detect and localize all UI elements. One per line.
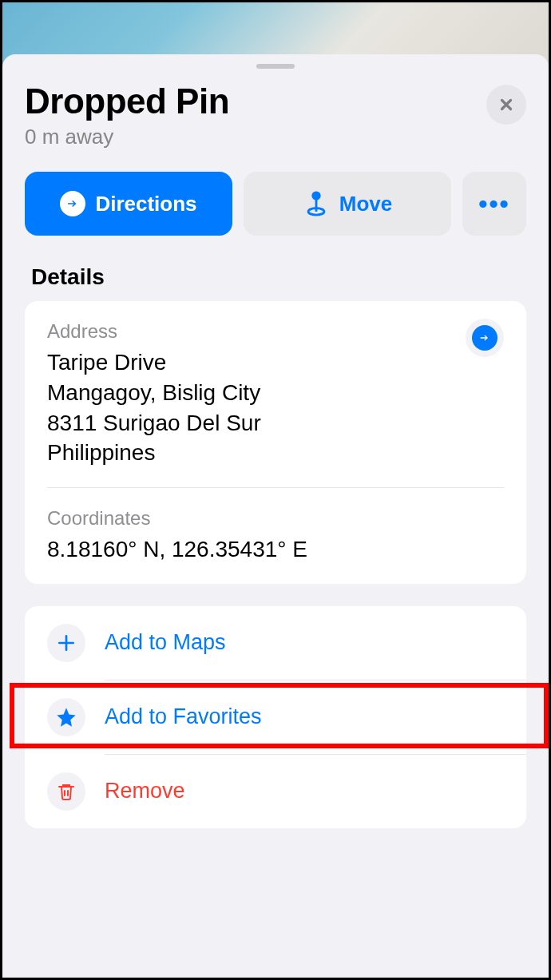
address-line: 8311 Surigao Del Sur [47,408,504,438]
directions-icon [60,191,85,216]
plus-icon [47,624,85,662]
coordinates-text: 8.18160° N, 126.35431° E [47,534,504,565]
add-to-maps-item[interactable]: Add to Maps [25,606,526,680]
trash-icon [47,772,85,811]
address-line: Philippines [47,438,504,468]
address-label: Address [47,320,504,343]
add-to-favorites-label: Add to Favorites [105,704,262,729]
address-text: Taripe Drive Mangagoy, Bislig City 8311 … [47,347,504,468]
more-icon: ••• [478,189,510,219]
remove-label: Remove [105,779,185,803]
close-button[interactable] [486,85,526,125]
address-line: Taripe Drive [47,347,504,378]
add-to-favorites-item[interactable]: Add to Favorites [25,680,526,754]
remove-item[interactable]: Remove [25,755,526,828]
move-pin-icon [303,190,330,217]
share-address-button[interactable] [466,319,504,357]
place-title: Dropped Pin [25,81,486,121]
share-icon [472,325,497,351]
place-sheet: Dropped Pin 0 m away Directions Move •••… [2,54,549,978]
svg-point-2 [313,192,320,200]
address-line: Mangagoy, Bislig City [47,378,504,408]
add-to-maps-label: Add to Maps [105,630,226,655]
move-button[interactable]: Move [244,172,451,236]
details-card: Address Taripe Drive Mangagoy, Bislig Ci… [25,301,526,584]
sheet-grabber[interactable] [256,64,295,69]
coordinates-label: Coordinates [47,507,504,530]
more-button[interactable]: ••• [462,172,526,236]
directions-label: Directions [95,192,196,216]
directions-button[interactable]: Directions [25,172,232,236]
move-label: Move [339,192,392,216]
star-icon [47,698,85,736]
distance-subtitle: 0 m away [25,125,486,149]
close-icon [497,96,515,113]
details-heading: Details [2,236,549,301]
actions-list: Add to Maps Add to Favorites Remove [25,606,526,828]
